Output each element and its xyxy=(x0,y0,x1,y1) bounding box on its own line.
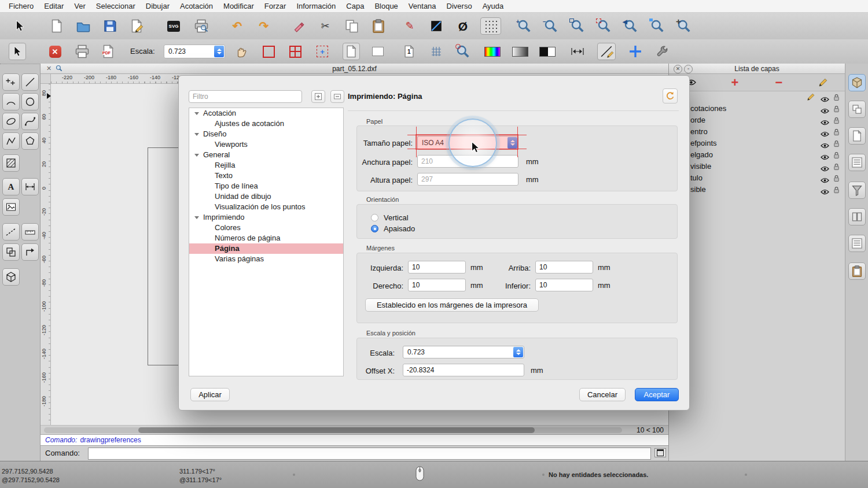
configure-button[interactable] xyxy=(653,43,672,60)
tree-item-unidad-de-dibujo[interactable]: Unidad de dibujo xyxy=(189,191,343,202)
block-tools-button[interactable] xyxy=(2,243,20,261)
scrollbar-track[interactable] xyxy=(44,427,622,433)
tree-item-rejilla[interactable]: Rejilla xyxy=(189,160,343,171)
clipboard-panel-button[interactable] xyxy=(848,263,866,280)
selection-arrow-icon[interactable] xyxy=(9,17,30,35)
copy-button[interactable] xyxy=(341,17,362,35)
accept-button[interactable]: Aceptar xyxy=(635,388,679,401)
line-pattern-icon[interactable] xyxy=(426,17,447,35)
layer-row[interactable]: orde xyxy=(669,114,845,126)
edit-drawing-button[interactable] xyxy=(126,17,147,35)
zoom-window-button[interactable] xyxy=(647,17,668,35)
menu-ver[interactable]: Ver xyxy=(69,2,91,10)
dimension-tools-button[interactable] xyxy=(21,178,39,195)
expand-tree-button[interactable] xyxy=(311,90,325,103)
crosshair-button[interactable] xyxy=(625,43,646,60)
redo-button[interactable]: ↷ xyxy=(253,17,274,35)
tree-item-visualizacion-de-los-puntos[interactable]: Visualización de los puntos xyxy=(189,202,343,212)
selection-arrow-icon[interactable] xyxy=(9,43,26,60)
tree-item-texto[interactable]: Texto xyxy=(189,171,343,181)
circle-tools-button[interactable] xyxy=(21,93,39,110)
preferences-filter-input[interactable] xyxy=(189,90,302,103)
layer-row[interactable]: efpoints xyxy=(669,138,845,149)
zoom-in-button[interactable]: + xyxy=(514,17,535,35)
snap-center-button[interactable]: + xyxy=(312,43,332,60)
new-document-button[interactable] xyxy=(46,17,67,35)
undo-button[interactable]: ↶ xyxy=(227,17,248,35)
layer-row[interactable]: elgado xyxy=(669,149,845,161)
margin-right-field[interactable] xyxy=(408,279,466,291)
save-file-button[interactable] xyxy=(100,17,120,35)
tree-item-varias-paginas[interactable]: Varias páginas xyxy=(189,254,343,264)
grid-toggle-button[interactable] xyxy=(426,43,446,60)
svg-export-button[interactable]: SVG xyxy=(163,17,184,35)
add-layer-button[interactable]: + xyxy=(713,74,757,91)
layer-row[interactable]: cotaciones xyxy=(669,103,845,114)
color-by-layer-button[interactable] xyxy=(482,43,503,60)
linetype-edit-button[interactable] xyxy=(597,43,616,60)
layer-row[interactable]: visible xyxy=(669,161,845,172)
menu-seleccionar[interactable]: Seleccionar xyxy=(91,2,141,10)
print-preview-button[interactable] xyxy=(191,17,212,35)
pan-hand-button[interactable] xyxy=(231,43,251,60)
stepper-icon[interactable] xyxy=(214,46,224,57)
pdf-export-button[interactable]: PDF xyxy=(98,43,118,60)
freehand-pen-icon[interactable] xyxy=(288,17,309,35)
open-file-button[interactable] xyxy=(73,17,94,35)
lineweight-scale-button[interactable] xyxy=(567,43,588,60)
zoom-auto-button[interactable] xyxy=(567,17,588,35)
menu-bloque[interactable]: Bloque xyxy=(369,2,403,10)
selection-filter-panel-button[interactable] xyxy=(848,182,866,199)
remove-layer-button[interactable]: − xyxy=(757,74,801,91)
image-tool-button[interactable] xyxy=(2,198,20,216)
linetype-by-layer-button[interactable] xyxy=(537,43,558,60)
tree-item-viewports[interactable]: Viewports xyxy=(189,139,343,150)
offset-x-field[interactable] xyxy=(403,364,524,376)
margin-bottom-field[interactable] xyxy=(535,279,593,291)
menu-ventana[interactable]: Ventana xyxy=(403,2,442,10)
tree-item-numeros-de-pagina[interactable]: Números de página xyxy=(189,233,343,243)
grid-points-toggle[interactable] xyxy=(480,17,501,35)
tree-item-general[interactable]: General xyxy=(189,150,343,160)
reset-to-defaults-button[interactable] xyxy=(663,88,678,103)
menu-dibujar[interactable]: Dibujar xyxy=(141,2,175,10)
tree-item-pagina-selected[interactable]: Página xyxy=(189,243,343,254)
layer-row[interactable]: sible xyxy=(669,184,845,195)
point-tools-button[interactable] xyxy=(2,73,20,91)
property-editor-panel-button[interactable] xyxy=(848,74,866,91)
menu-diverso[interactable]: Diverso xyxy=(442,2,477,10)
tree-item-acotacion[interactable]: Acotación xyxy=(189,108,343,119)
collapse-tree-button[interactable] xyxy=(330,90,344,103)
no-fill-icon[interactable]: Ø xyxy=(453,17,473,35)
arc-tools-button[interactable] xyxy=(2,93,20,110)
command-history-panel-button[interactable] xyxy=(848,154,866,171)
block-list-panel-button[interactable] xyxy=(848,101,866,118)
stepper-icon[interactable] xyxy=(513,347,523,357)
measure-tools-button[interactable] xyxy=(21,223,39,241)
zoom-page-button[interactable] xyxy=(453,43,473,60)
menu-capa[interactable]: Capa xyxy=(341,2,369,10)
paste-button[interactable] xyxy=(368,17,389,35)
solid-tools-button[interactable] xyxy=(2,268,20,286)
layer-lock-icon[interactable] xyxy=(833,186,840,197)
layer-row[interactable]: entro xyxy=(669,126,845,138)
restrict-orthogonal-button[interactable] xyxy=(285,43,305,60)
draft-mode-toggle[interactable] xyxy=(343,43,360,60)
construction-tools-button[interactable] xyxy=(2,223,20,241)
edit-properties-pencil-icon[interactable]: ✎ xyxy=(399,17,420,35)
polyline-tools-button[interactable] xyxy=(2,132,20,150)
library-browser-panel-button[interactable] xyxy=(848,208,866,225)
text-tool-button[interactable]: A xyxy=(2,178,20,195)
scrollbar-thumb[interactable] xyxy=(138,427,535,433)
command-console-button[interactable] xyxy=(654,448,666,457)
landscape-radio[interactable] xyxy=(371,225,378,232)
portrait-radio[interactable] xyxy=(371,214,378,221)
edit-layer-button[interactable] xyxy=(801,74,845,91)
view-list-panel-button[interactable] xyxy=(848,127,866,145)
command-input[interactable] xyxy=(88,448,651,460)
spline-tools-button[interactable] xyxy=(21,113,39,130)
modify-tools-button[interactable] xyxy=(21,243,39,261)
margin-top-field[interactable] xyxy=(535,261,593,273)
screen-linetypes-toggle[interactable] xyxy=(368,43,388,60)
menu-fichero[interactable]: Fichero xyxy=(3,2,39,10)
